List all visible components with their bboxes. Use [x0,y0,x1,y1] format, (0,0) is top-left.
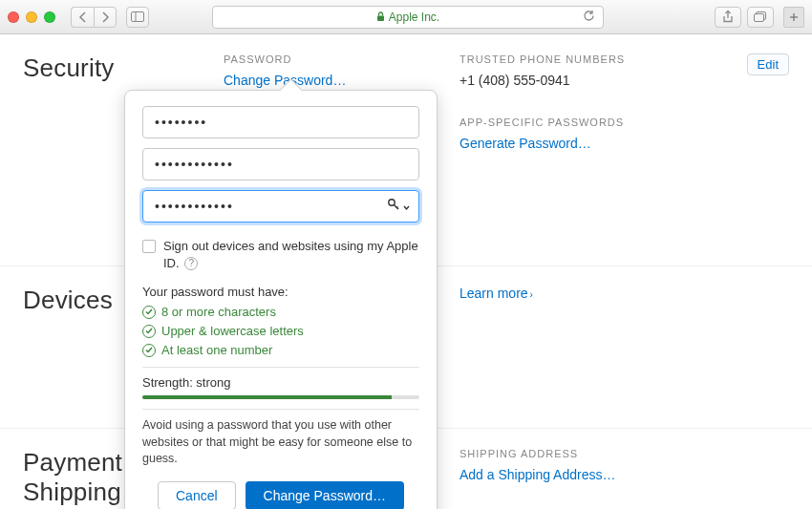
reload-icon[interactable] [583,10,595,25]
change-password-popover: Sign out devices and websites using my A… [124,90,438,509]
shipping-label: SHIPPING ADDRESS [459,448,789,459]
change-password-link[interactable]: Change Password… [224,73,459,88]
svg-rect-2 [377,16,384,22]
password-label: PASSWORD [224,53,459,65]
close-window-icon[interactable] [8,11,19,23]
svg-rect-0 [132,12,144,22]
minimize-window-icon[interactable] [26,11,37,23]
address-bar[interactable]: Apple Inc. [212,6,604,29]
learn-more-link[interactable]: Learn more› [459,286,533,301]
divider [142,367,419,368]
strength-label: Strength: strong [142,375,419,390]
add-shipping-link[interactable]: Add a Shipping Address… [459,467,789,482]
generate-password-link[interactable]: Generate Password… [459,136,789,151]
tabs-button[interactable] [747,7,774,28]
cancel-button[interactable]: Cancel [158,481,236,509]
signout-checkbox[interactable] [142,240,156,253]
new-tab-button[interactable] [783,7,804,28]
popover-buttons: Cancel Change Password… [142,481,419,509]
signout-checkbox-row: Sign out devices and websites using my A… [142,238,419,271]
svg-point-7 [389,200,395,205]
strength-bar [142,395,419,399]
check-icon [142,306,156,319]
chevron-right-icon: › [530,289,533,300]
window-traffic-lights [8,11,55,23]
page-content: Security PASSWORD Change Password… TRUST… [0,34,812,509]
sidebar-button[interactable] [126,7,149,28]
share-button[interactable] [715,7,741,28]
check-icon [142,325,156,338]
help-icon[interactable]: ? [184,257,198,270]
svg-rect-4 [754,13,763,21]
edit-button[interactable]: Edit [747,53,789,75]
new-password-input[interactable] [142,148,419,180]
zoom-window-icon[interactable] [44,11,55,23]
toolbar-right [715,7,774,28]
password-advice: Avoid using a password that you use with… [142,417,419,468]
signout-checkbox-label: Sign out devices and websites using my A… [163,238,419,271]
current-password-input[interactable] [142,106,419,138]
requirements-heading: Your password must have: [142,285,419,299]
trusted-phone-value: +1 (408) 555-0941 [459,73,789,88]
change-password-button[interactable]: Change Password… [246,481,404,509]
requirement-2: Upper & lowercase letters [142,324,419,338]
lock-icon [376,11,385,22]
requirement-1: 8 or more characters [142,305,419,319]
strength-fill [142,395,392,399]
address-text: Apple Inc. [389,11,439,24]
nav-back-forward [71,7,117,28]
verify-password-input[interactable] [142,190,419,223]
back-button[interactable] [71,7,94,28]
section-title-security: Security [23,53,224,83]
keychain-icon[interactable] [387,198,410,214]
requirement-3: At least one number [142,343,419,357]
trusted-phone-label: TRUSTED PHONE NUMBERS [459,53,789,65]
check-icon [142,344,156,357]
browser-toolbar: Apple Inc. [0,0,812,34]
app-specific-label: APP-SPECIFIC PASSWORDS [459,117,789,128]
divider [142,409,419,410]
forward-button[interactable] [94,7,117,28]
